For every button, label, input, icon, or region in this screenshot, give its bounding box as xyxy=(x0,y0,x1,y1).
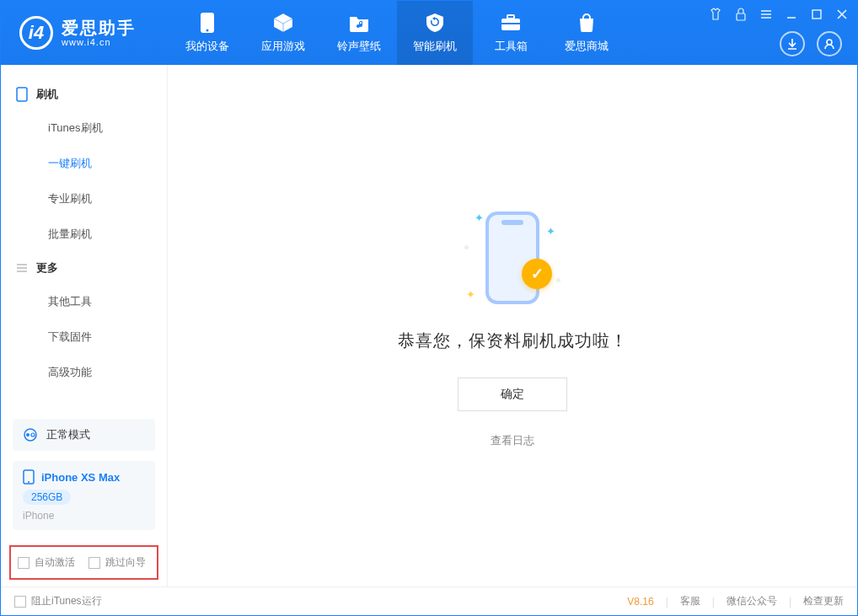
nav-my-device[interactable]: 我的设备 xyxy=(169,1,245,65)
separator: | xyxy=(666,596,668,608)
svg-rect-8 xyxy=(17,88,27,101)
nav-apps[interactable]: 应用游戏 xyxy=(245,1,321,65)
version-label: V8.16 xyxy=(627,596,653,608)
svg-point-11 xyxy=(31,433,35,437)
device-capacity: 256GB xyxy=(23,490,71,505)
svg-point-13 xyxy=(28,481,29,483)
svg-point-1 xyxy=(206,29,209,32)
window-controls xyxy=(707,6,850,23)
maximize-button[interactable] xyxy=(808,6,825,23)
app-title: 爱思助手 xyxy=(62,19,136,37)
footer-right: V8.16 | 客服 | 微信公众号 | 检查更新 xyxy=(627,594,844,608)
phone-illustration-icon xyxy=(485,212,539,304)
sparkle-icon: ✦ xyxy=(475,212,484,224)
svg-point-10 xyxy=(26,433,29,437)
checkbox-icon xyxy=(14,596,26,608)
minimize-button[interactable] xyxy=(783,6,800,23)
device-card[interactable]: iPhone XS Max 256GB iPhone xyxy=(13,461,155,530)
wechat-link[interactable]: 微信公众号 xyxy=(727,594,777,608)
cube-icon xyxy=(272,12,294,34)
svg-rect-5 xyxy=(737,13,745,20)
folder-music-icon xyxy=(348,12,370,34)
nav-toolbox[interactable]: 工具箱 xyxy=(473,1,549,65)
list-icon xyxy=(16,262,28,274)
footer: 阻止iTunes运行 V8.16 | 客服 | 微信公众号 | 检查更新 xyxy=(1,587,857,615)
svg-rect-3 xyxy=(507,15,514,19)
section-title: 更多 xyxy=(36,260,58,276)
device-type: iPhone xyxy=(23,510,145,522)
sidebar-item-other-tools[interactable]: 其他工具 xyxy=(1,284,167,319)
device-name: iPhone XS Max xyxy=(41,471,120,484)
checkbox-icon xyxy=(88,557,100,569)
mode-icon xyxy=(23,427,38,442)
svg-rect-4 xyxy=(501,23,520,24)
sidebar-item-download-firmware[interactable]: 下载固件 xyxy=(1,319,167,355)
nav-store[interactable]: 爱思商城 xyxy=(549,1,625,65)
checkbox-label: 阻止iTunes运行 xyxy=(31,594,102,608)
sidebar-item-itunes-flash[interactable]: iTunes刷机 xyxy=(1,110,167,146)
section-title: 刷机 xyxy=(36,87,58,102)
bag-icon xyxy=(576,12,598,34)
checkbox-skip-guide[interactable]: 跳过向导 xyxy=(88,555,146,570)
ok-button[interactable]: 确定 xyxy=(458,378,567,411)
dot-icon xyxy=(464,245,469,249)
check-badge-icon: ✓ xyxy=(522,259,552,289)
svg-rect-6 xyxy=(812,10,821,19)
sidebar-item-pro-flash[interactable]: 专业刷机 xyxy=(1,181,167,217)
body: 刷机 iTunes刷机 一键刷机 专业刷机 批量刷机 更多 其他工具 下载固件 … xyxy=(1,65,857,587)
nav-ringtones[interactable]: 铃声壁纸 xyxy=(321,1,397,65)
titlebar: i4 爱思助手 www.i4.cn 我的设备 应用游戏 铃声壁纸 智能刷机 xyxy=(1,1,857,65)
sidebar-item-oneclick-flash[interactable]: 一键刷机 xyxy=(1,146,167,181)
phone-outline-icon xyxy=(16,87,28,102)
header-right xyxy=(780,31,842,56)
app-subtitle: www.i4.cn xyxy=(62,37,136,47)
checkbox-icon xyxy=(18,557,29,569)
shirt-icon[interactable] xyxy=(707,6,724,23)
nav-label: 铃声壁纸 xyxy=(337,39,381,54)
user-button[interactable] xyxy=(817,31,842,56)
nav-label: 我的设备 xyxy=(185,39,229,54)
mode-label: 正常模式 xyxy=(46,427,90,442)
dot-icon xyxy=(556,278,560,282)
nav-label: 智能刷机 xyxy=(413,39,457,54)
checkbox-label: 自动激活 xyxy=(35,555,75,570)
logo-text: 爱思助手 www.i4.cn xyxy=(62,19,136,47)
checkbox-auto-activate[interactable]: 自动激活 xyxy=(18,555,75,570)
mode-card[interactable]: 正常模式 xyxy=(13,419,155,451)
toolbox-icon xyxy=(500,12,522,34)
nav-label: 爱思商城 xyxy=(565,39,609,54)
sidebar-item-advanced[interactable]: 高级功能 xyxy=(1,355,167,390)
success-message: 恭喜您，保资料刷机成功啦！ xyxy=(398,329,628,352)
menu-icon[interactable] xyxy=(758,6,775,23)
section-flash-header: 刷机 xyxy=(1,78,167,110)
logo-area: i4 爱思助手 www.i4.cn xyxy=(1,1,169,65)
close-button[interactable] xyxy=(834,6,850,23)
app-window: i4 爱思助手 www.i4.cn 我的设备 应用游戏 铃声壁纸 智能刷机 xyxy=(0,0,858,616)
support-link[interactable]: 客服 xyxy=(680,594,700,608)
sparkle-icon: ✦ xyxy=(466,288,475,301)
shield-refresh-icon xyxy=(424,12,446,34)
device-icon xyxy=(196,12,218,34)
separator: | xyxy=(789,596,791,608)
download-button[interactable] xyxy=(780,31,805,56)
logo-icon: i4 xyxy=(19,16,53,50)
nav-flash[interactable]: 智能刷机 xyxy=(397,1,473,65)
sparkle-icon: ✦ xyxy=(546,225,555,238)
section-more-header: 更多 xyxy=(1,252,167,284)
main-content: ✦ ✦ ✦ ✓ 恭喜您，保资料刷机成功啦！ 确定 查看日志 xyxy=(168,65,857,587)
lock-icon[interactable] xyxy=(732,6,749,23)
device-name-row: iPhone XS Max xyxy=(23,469,145,485)
view-log-link[interactable]: 查看日志 xyxy=(491,433,534,448)
flash-options-highlight: 自动激活 跳过向导 xyxy=(9,545,158,580)
separator: | xyxy=(712,596,715,608)
checkbox-block-itunes[interactable]: 阻止iTunes运行 xyxy=(14,594,102,608)
sidebar: 刷机 iTunes刷机 一键刷机 专业刷机 批量刷机 更多 其他工具 下载固件 … xyxy=(1,65,168,587)
nav-label: 工具箱 xyxy=(495,39,528,54)
checkbox-label: 跳过向导 xyxy=(105,555,146,570)
success-illustration: ✦ ✦ ✦ ✓ xyxy=(458,203,567,313)
svg-point-7 xyxy=(827,40,832,45)
sidebar-item-batch-flash[interactable]: 批量刷机 xyxy=(1,217,167,252)
check-update-link[interactable]: 检查更新 xyxy=(803,594,844,608)
nav-label: 应用游戏 xyxy=(261,39,305,54)
main-nav: 我的设备 应用游戏 铃声壁纸 智能刷机 工具箱 爱思商城 xyxy=(169,1,625,65)
